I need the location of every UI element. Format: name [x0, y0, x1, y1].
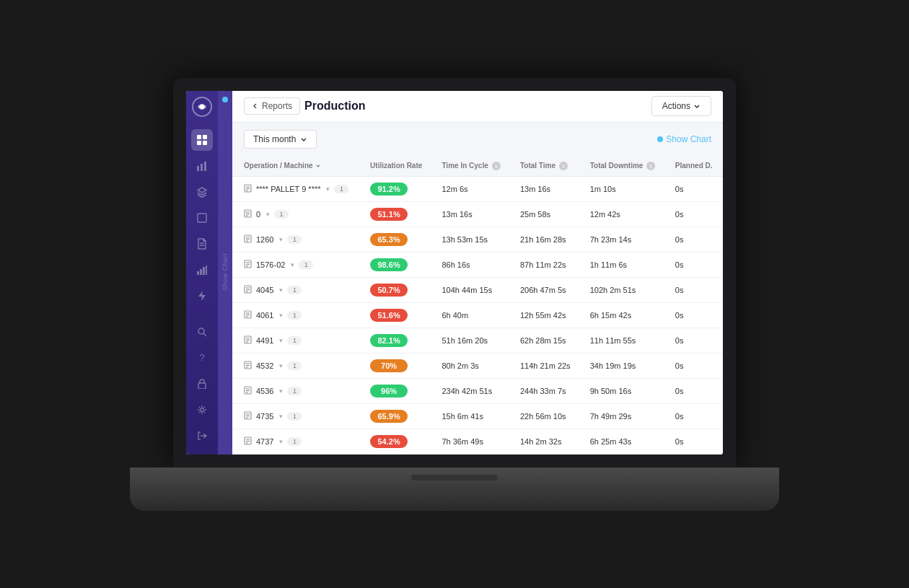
- cell-machine-8: 4536 ▾ 1: [232, 379, 361, 404]
- sidebar-item-layers[interactable]: [191, 181, 213, 203]
- logout-icon[interactable]: [191, 425, 213, 447]
- cell-planned-5: 0s: [667, 303, 723, 328]
- cell-total-downtime-2: 7h 23m 14s: [581, 227, 667, 253]
- cell-time-in-cycle-3: 86h 16s: [433, 253, 511, 278]
- sidebar-item-document[interactable]: [191, 233, 213, 255]
- machine-count-1: 1: [274, 210, 289, 219]
- cell-utilization-2: 65.3%: [361, 227, 433, 253]
- machine-count-7: 1: [287, 361, 302, 370]
- svg-rect-8: [204, 162, 206, 171]
- show-chart-button[interactable]: Show Chart: [657, 134, 711, 144]
- show-controls-panel[interactable]: Show Chart: [218, 91, 232, 455]
- machine-icon-0: [244, 184, 252, 194]
- cell-total-downtime-9: 7h 49m 29s: [581, 404, 667, 429]
- cell-time-in-cycle-6: 51h 16m 20s: [433, 328, 511, 354]
- production-table: Operation / Machine Utilization Rate Tim…: [232, 156, 723, 455]
- cell-total-downtime-6: 11h 11m 55s: [581, 328, 667, 354]
- svg-point-16: [198, 328, 204, 334]
- utilization-badge-5: 51.6%: [370, 309, 408, 322]
- sidebar-item-lightning[interactable]: [191, 285, 213, 307]
- table-row[interactable]: 0 ▾ 1 51.1% 13m 16s 25m 58s 12m 42s 0s: [232, 202, 723, 227]
- show-chart-label: Show Chart: [666, 134, 711, 144]
- actions-button[interactable]: Actions: [651, 96, 711, 116]
- machine-name-7: 4532: [256, 361, 273, 370]
- cell-total-downtime-3: 1h 11m 6s: [581, 253, 667, 278]
- svg-rect-13: [200, 269, 202, 275]
- back-button[interactable]: Reports: [244, 97, 300, 115]
- cell-total-time-5: 12h 55m 42s: [511, 303, 581, 328]
- machine-icon-10: [244, 436, 252, 447]
- period-dropdown[interactable]: This month: [244, 130, 317, 149]
- cell-total-time-7: 114h 21m 22s: [511, 354, 581, 379]
- col-utilization[interactable]: Utilization Rate: [361, 156, 433, 177]
- sidebar-item-analytics[interactable]: [191, 259, 213, 281]
- cell-planned-10: 0s: [667, 429, 723, 455]
- machine-chevron-6: ▾: [279, 337, 283, 344]
- filter-bar: This month Show Chart: [232, 123, 723, 156]
- sidebar-item-box[interactable]: [191, 207, 213, 229]
- col-planned[interactable]: Planned D.: [667, 156, 723, 177]
- cell-time-in-cycle-5: 6h 40m: [433, 303, 511, 328]
- machine-name-9: 4735: [256, 412, 273, 421]
- table-row[interactable]: 1260 ▾ 1 65.3% 13h 53m 15s 21h 16m 28s 7…: [232, 227, 723, 253]
- machine-chevron-7: ▾: [279, 362, 283, 369]
- cell-total-time-4: 206h 47m 5s: [511, 278, 581, 303]
- table-row[interactable]: 4045 ▾ 1 50.7% 104h 44m 15s 206h 47m 5s …: [232, 278, 723, 303]
- col-time-in-cycle[interactable]: Time In Cycle i: [433, 156, 511, 177]
- table-row[interactable]: 4491 ▾ 1 82.1% 51h 16m 20s 62h 28m 15s 1…: [232, 328, 723, 354]
- col-total-time[interactable]: Total Time i: [511, 156, 581, 177]
- sidebar-item-charts[interactable]: [191, 155, 213, 177]
- machine-count-6: 1: [287, 336, 302, 345]
- cell-total-time-0: 13m 16s: [511, 177, 581, 202]
- table-row[interactable]: 4735 ▾ 1 65.9% 15h 6m 41s 22h 56m 10s 7h…: [232, 404, 723, 429]
- help-icon[interactable]: ?: [191, 347, 213, 369]
- sidebar: ?: [186, 91, 218, 455]
- data-table-wrapper[interactable]: Operation / Machine Utilization Rate Tim…: [232, 156, 723, 455]
- machine-name-10: 4737: [256, 437, 273, 446]
- gear-icon[interactable]: [191, 399, 213, 421]
- machine-name-4: 4045: [256, 286, 273, 294]
- sidebar-item-filter[interactable]: [191, 129, 213, 151]
- col-total-downtime[interactable]: Total Downtime i: [581, 156, 667, 177]
- machine-icon-5: [244, 310, 252, 320]
- cell-time-in-cycle-0: 12m 6s: [433, 177, 511, 202]
- svg-rect-2: [197, 135, 201, 139]
- lock-icon[interactable]: [191, 373, 213, 395]
- machine-name-3: 1576-02: [256, 260, 285, 269]
- table-row[interactable]: 4061 ▾ 1 51.6% 6h 40m 12h 55m 42s 6h 15m…: [232, 303, 723, 328]
- table-row[interactable]: 4536 ▾ 1 96% 234h 42m 51s 244h 33m 7s 9h…: [232, 379, 723, 404]
- machine-chevron-9: ▾: [279, 413, 283, 420]
- svg-rect-7: [201, 164, 203, 171]
- machine-count-0: 1: [334, 185, 348, 193]
- cell-planned-2: 0s: [667, 227, 723, 253]
- period-label: This month: [253, 134, 296, 144]
- search-icon[interactable]: [191, 321, 213, 343]
- cell-machine-5: 4061 ▾ 1: [232, 303, 361, 328]
- cell-machine-6: 4491 ▾ 1: [232, 328, 361, 354]
- cell-total-time-10: 14h 2m 32s: [511, 429, 581, 455]
- machine-name-2: 1260: [256, 235, 273, 244]
- utilization-badge-1: 51.1%: [370, 208, 408, 221]
- utilization-badge-7: 70%: [370, 359, 408, 372]
- machine-chevron-3: ▾: [291, 261, 294, 268]
- cell-total-downtime-0: 1m 10s: [581, 177, 667, 202]
- table-row[interactable]: 4532 ▾ 1 70% 80h 2m 3s 114h 21m 22s 34h …: [232, 354, 723, 379]
- utilization-badge-0: 91.2%: [370, 183, 408, 196]
- cell-total-time-8: 244h 33m 7s: [511, 379, 581, 404]
- table-row[interactable]: 4737 ▾ 1 54.2% 7h 36m 49s 14h 2m 32s 6h …: [232, 429, 723, 455]
- machine-name-0: **** PALLET 9 ****: [256, 185, 320, 193]
- cell-total-time-1: 25m 58s: [511, 202, 581, 227]
- cell-time-in-cycle-7: 80h 2m 3s: [433, 354, 511, 379]
- cell-time-in-cycle-10: 7h 36m 49s: [433, 429, 511, 455]
- cell-utilization-8: 96%: [361, 379, 433, 404]
- machine-icon-4: [244, 285, 252, 295]
- machine-chevron-2: ▾: [279, 236, 283, 243]
- main-content: Reports Production Actions This month: [232, 91, 723, 455]
- machine-chevron-0: ▾: [326, 185, 330, 193]
- table-row[interactable]: **** PALLET 9 **** ▾ 1 91.2% 12m 6s 13m …: [232, 177, 723, 202]
- svg-point-19: [201, 408, 204, 411]
- cell-planned-6: 0s: [667, 328, 723, 354]
- col-operation[interactable]: Operation / Machine: [232, 156, 361, 177]
- cell-total-time-3: 87h 11m 22s: [511, 253, 581, 278]
- table-row[interactable]: 1576-02 ▾ 1 98.6% 86h 16s 87h 11m 22s 1h…: [232, 253, 723, 278]
